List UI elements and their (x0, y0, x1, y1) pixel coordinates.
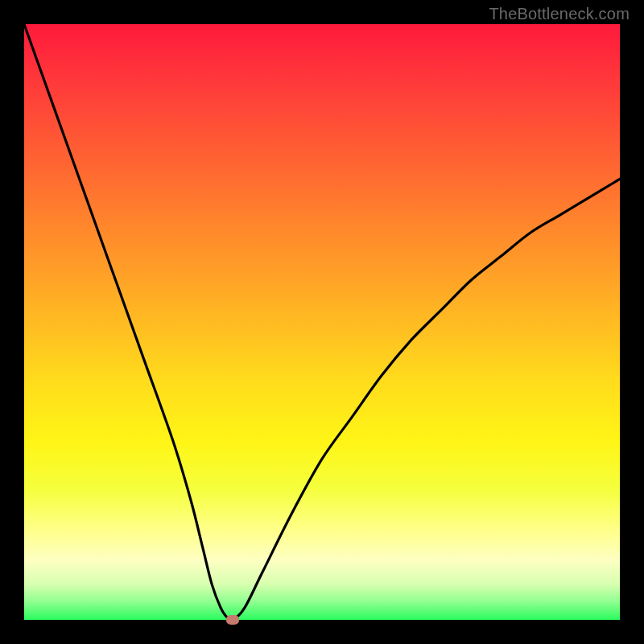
optimal-point-marker (226, 615, 239, 625)
watermark-text: TheBottleneck.com (489, 5, 630, 23)
bottleneck-curve (24, 24, 620, 620)
plot-area (24, 24, 620, 620)
chart-frame: TheBottleneck.com (0, 0, 644, 644)
